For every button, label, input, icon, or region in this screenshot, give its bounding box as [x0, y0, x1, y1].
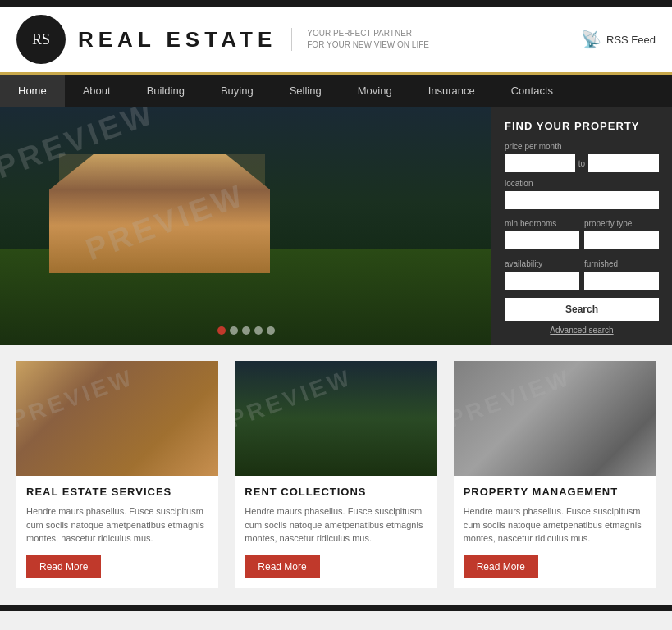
hero-section: PREVIEW PREVIEW FIND YOUR PROPERTY price…: [0, 107, 672, 345]
main-nav: Home About Building Buying Selling Movin…: [0, 75, 672, 107]
search-button[interactable]: Search: [505, 298, 659, 321]
card-2-title: RENT COLLECTIONS: [245, 486, 427, 498]
price-to-label: to: [578, 159, 585, 168]
bedrooms-select[interactable]: [505, 231, 579, 249]
card-1: PREVIEW REAL ESTATE SERVICES Hendre maur…: [16, 361, 218, 588]
price-label: price per month: [505, 142, 659, 151]
logo: RS: [16, 15, 66, 64]
site-title: REAL ESTATE: [78, 27, 277, 52]
furnished-select[interactable]: [584, 272, 659, 290]
watermark: PREVIEW: [235, 364, 356, 433]
availability-label: availability: [505, 259, 579, 268]
nav-item-moving[interactable]: Moving: [340, 75, 410, 107]
card-3-body: PROPERTY MANAGEMENT Hendre maurs phasell…: [454, 476, 656, 588]
card-3-readmore-button[interactable]: Read More: [464, 555, 538, 578]
property-type-select[interactable]: [584, 231, 659, 249]
price-max-input[interactable]: [588, 154, 659, 172]
card-3: PREVIEW PROPERTY MANAGEMENT Hendre maurs…: [454, 361, 656, 588]
find-title: FIND YOUR PROPERTY: [505, 120, 659, 132]
dot-2[interactable]: [230, 326, 238, 335]
nav-item-contacts[interactable]: Contacts: [493, 75, 571, 107]
dot-5[interactable]: [267, 326, 275, 335]
find-property-panel: FIND YOUR PROPERTY price per month to lo…: [491, 107, 672, 345]
card-2-image: PREVIEW: [235, 361, 437, 476]
watermark: PREVIEW: [16, 364, 138, 433]
cards-section: PREVIEW REAL ESTATE SERVICES Hendre maur…: [0, 345, 672, 605]
rss-feed[interactable]: 📡 RSS Feed: [581, 30, 656, 49]
price-row: to: [505, 154, 659, 172]
dot-1[interactable]: [217, 326, 226, 335]
card-3-title: PROPERTY MANAGEMENT: [464, 486, 646, 498]
dot-3[interactable]: [242, 326, 250, 335]
rss-label: RSS Feed: [606, 34, 656, 46]
nav-item-building[interactable]: Building: [129, 75, 203, 107]
header: RS REAL ESTATE YOUR PERFECT PARTNER FOR …: [0, 7, 672, 75]
nav-item-about[interactable]: About: [65, 75, 129, 107]
location-label: location: [505, 179, 659, 188]
nav-item-home[interactable]: Home: [0, 75, 65, 107]
nav-item-buying[interactable]: Buying: [203, 75, 272, 107]
furnished-label: furnished: [584, 259, 659, 268]
availability-furnished-row: availability furnished: [505, 253, 659, 290]
site-tagline: YOUR PERFECT PARTNER FOR YOUR NEW VIEW O…: [291, 28, 429, 51]
card-1-image: PREVIEW: [16, 361, 218, 476]
price-min-input[interactable]: [505, 154, 575, 172]
top-bar: [0, 0, 672, 7]
watermark: PREVIEW: [454, 364, 575, 433]
nav-item-selling[interactable]: Selling: [272, 75, 340, 107]
card-1-readmore-button[interactable]: Read More: [26, 555, 101, 578]
card-2: PREVIEW RENT COLLECTIONS Hendre maurs ph…: [235, 361, 437, 588]
bedrooms-type-row: min bedrooms property type: [505, 212, 659, 249]
bottom-bar: [0, 605, 672, 611]
bedrooms-label: min bedrooms: [505, 219, 579, 228]
rss-icon: 📡: [581, 30, 601, 49]
card-3-text: Hendre maurs phasellus. Fusce suscipitus…: [464, 504, 646, 546]
card-1-body: REAL ESTATE SERVICES Hendre maurs phasel…: [16, 476, 218, 588]
logo-initials: RS: [32, 31, 50, 48]
house-photo: [0, 107, 491, 345]
availability-select[interactable]: [505, 272, 579, 290]
location-select[interactable]: [505, 191, 659, 209]
card-3-image: PREVIEW: [454, 361, 656, 476]
card-1-title: REAL ESTATE SERVICES: [26, 486, 208, 498]
dot-4[interactable]: [254, 326, 263, 335]
card-2-readmore-button[interactable]: Read More: [245, 555, 319, 578]
card-2-body: RENT COLLECTIONS Hendre maurs phasellus.…: [235, 476, 437, 588]
card-1-text: Hendre maurs phasellus. Fusce suscipitus…: [26, 504, 208, 546]
slide-dots: [217, 326, 275, 335]
nav-item-insurance[interactable]: Insurance: [410, 75, 493, 107]
hero-image: PREVIEW PREVIEW: [0, 107, 491, 345]
card-2-text: Hendre maurs phasellus. Fusce suscipitus…: [245, 504, 427, 546]
advanced-search-link[interactable]: Advanced search: [505, 326, 659, 335]
property-type-label: property type: [584, 219, 659, 228]
